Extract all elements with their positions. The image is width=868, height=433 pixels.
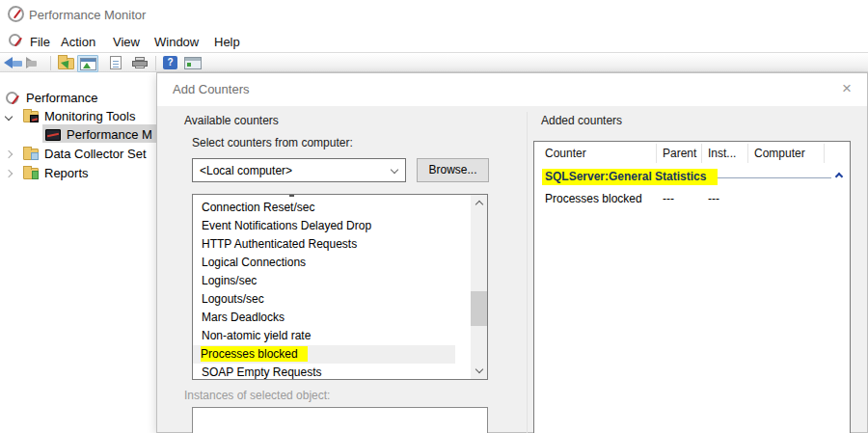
- partial-item-above: [289, 195, 294, 197]
- chevron-right-icon[interactable]: [5, 149, 13, 157]
- menu-bar: File Action View Window Help: [0, 30, 868, 53]
- tree-item-performance[interactable]: Performance: [6, 89, 97, 107]
- help-icon[interactable]: ?: [163, 56, 177, 69]
- toolbar-separator: [155, 56, 156, 70]
- report-view-icon[interactable]: [110, 56, 122, 69]
- folder-up-icon[interactable]: [58, 58, 74, 69]
- tree-item-label: Reports: [44, 166, 89, 180]
- dialog-titlebar: Add Counters ×: [157, 73, 867, 106]
- tree-item-performance-monitor[interactable]: Performance M: [45, 125, 152, 144]
- select-computer-label: Select counters from computer:: [192, 136, 353, 149]
- collapse-chevron-icon[interactable]: [835, 173, 843, 180]
- instances-list[interactable]: [192, 407, 488, 433]
- header-separator: [747, 144, 748, 163]
- performance-monitor-icon: [45, 129, 61, 141]
- forward-icon[interactable]: [26, 57, 45, 69]
- instances-label: Instances of selected object:: [184, 389, 330, 402]
- menu-action[interactable]: Action: [61, 35, 95, 49]
- tree-item-monitoring-tools[interactable]: Monitoring Tools: [6, 107, 135, 125]
- toolbar-separator: [50, 56, 51, 70]
- list-item[interactable]: HTTP Authenticated Requests: [193, 235, 455, 254]
- group-name-highlighted: SQLServer:General Statistics: [542, 169, 718, 185]
- toolbar: ?: [0, 54, 868, 72]
- chevron-down-icon: [391, 166, 398, 174]
- list-item-selected[interactable]: Processes blocked: [193, 345, 455, 364]
- chevron-right-icon[interactable]: [5, 169, 13, 176]
- table-row[interactable]: Processes blocked --- ---: [534, 190, 850, 209]
- available-counters-list[interactable]: Connection Reset/sec Event Notifications…: [192, 194, 488, 380]
- print-icon[interactable]: [132, 57, 148, 68]
- back-icon[interactable]: [4, 57, 23, 69]
- dialog-title: Add Counters: [173, 82, 250, 96]
- tree-item-label: Data Collector Set: [44, 147, 147, 161]
- performance-view-button[interactable]: [77, 55, 98, 72]
- list-item[interactable]: Logouts/sec: [193, 290, 455, 309]
- chevron-down-icon[interactable]: [5, 112, 13, 120]
- monitoring-tools-folder-icon: [23, 111, 39, 122]
- highlighted-counter: Processes blocked: [201, 346, 308, 362]
- available-counters-label: Available counters: [184, 114, 279, 127]
- tree-item-label: Monitoring Tools: [44, 109, 135, 123]
- table-header: Counter Parent Inst... Computer: [534, 142, 850, 165]
- tree-item-label: Performance: [26, 91, 97, 105]
- list-item[interactable]: SOAP Empty Requests: [193, 364, 455, 380]
- cell-counter: Processes blocked: [545, 192, 642, 205]
- list-item[interactable]: Mars Deadlocks: [193, 309, 455, 327]
- scrollbar-thumb[interactable]: [471, 291, 487, 326]
- added-counters-label: Added counters: [541, 114, 622, 127]
- app-icon: [8, 6, 24, 22]
- performance-view-icon: [80, 58, 96, 70]
- tree-item-label: Performance M: [67, 127, 152, 142]
- performance-root-icon: [6, 92, 18, 104]
- console-window-icon[interactable]: [184, 57, 202, 69]
- col-parent[interactable]: Parent: [663, 147, 696, 160]
- pane-divider: [527, 112, 528, 433]
- window-titlebar: Performance Monitor: [0, 0, 868, 29]
- cell-parent: ---: [663, 192, 674, 205]
- computer-select[interactable]: <Local computer>: [192, 158, 406, 182]
- cell-instance: ---: [708, 192, 719, 205]
- list-item[interactable]: Logical Connections: [193, 254, 455, 272]
- data-collector-folder-icon: [23, 149, 39, 160]
- add-counters-dialog: Add Counters × Available counters Select…: [156, 72, 868, 433]
- scroll-down-icon[interactable]: [471, 363, 487, 379]
- col-instance[interactable]: Inst...: [708, 147, 736, 160]
- counter-group-row[interactable]: SQLServer:General Statistics: [534, 167, 850, 188]
- menu-window[interactable]: Window: [154, 35, 199, 49]
- list-item[interactable]: Logins/sec: [193, 272, 455, 290]
- browse-button[interactable]: Browse...: [417, 158, 489, 182]
- group-rule-line: [718, 177, 831, 178]
- menu-view[interactable]: View: [113, 35, 140, 49]
- header-separator: [701, 144, 702, 163]
- reports-folder-icon: [23, 168, 39, 179]
- menu-file[interactable]: File: [30, 35, 50, 49]
- added-counters-list[interactable]: Counter Parent Inst... Computer SQLServe…: [533, 141, 851, 433]
- header-separator: [824, 144, 825, 163]
- list-item[interactable]: Connection Reset/sec: [193, 199, 455, 217]
- col-counter[interactable]: Counter: [545, 147, 586, 160]
- tree-item-data-collector-sets[interactable]: Data Collector Set: [6, 145, 147, 163]
- computer-select-value: <Local computer>: [200, 164, 292, 177]
- close-icon[interactable]: ×: [836, 78, 857, 99]
- scrollbar[interactable]: [471, 195, 487, 379]
- scroll-up-icon[interactable]: [471, 195, 487, 211]
- tree-item-reports[interactable]: Reports: [6, 164, 89, 182]
- col-computer[interactable]: Computer: [754, 147, 805, 160]
- list-item[interactable]: Event Notifications Delayed Drop: [193, 217, 455, 235]
- header-separator: [656, 144, 657, 163]
- window-title: Performance Monitor: [29, 8, 146, 22]
- list-item[interactable]: Non-atomic yield rate: [193, 327, 455, 345]
- menu-help[interactable]: Help: [214, 35, 240, 49]
- app-icon-small: [9, 34, 21, 46]
